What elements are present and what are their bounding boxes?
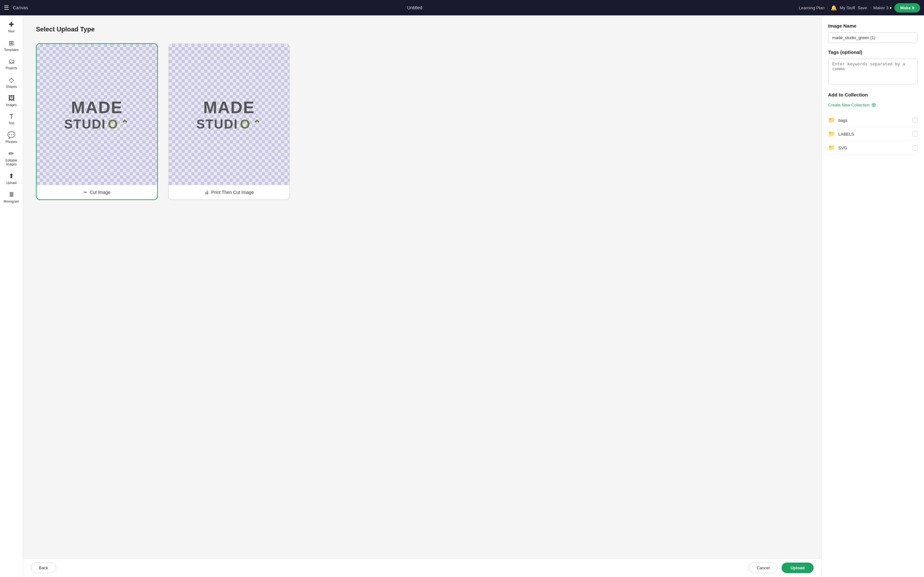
cut-image-label: ✂ Cut Image [37,185,157,199]
page-title: Select Upload Type [36,26,809,33]
create-new-collection-text: Create New Collection [828,103,869,107]
sidebar-item-upload[interactable]: ⬆ Upload [1,169,22,187]
upload-options: MADE STUDIO ⌃ ✂ Cut Image [36,43,809,200]
make-it-button[interactable]: Make It [895,3,920,13]
document-title[interactable]: Untitled [34,5,795,10]
sidebar-item-images[interactable]: 🖼 Images [1,92,22,110]
create-new-collection-button[interactable]: Create New Collection ⊕ [828,101,918,108]
right-panel: Image Name Tags (optional) Add to Collec… [821,15,924,577]
footer-right: Cancel Upload [748,562,814,573]
cut-icon: ✂ [83,190,87,195]
cut-image-preview: MADE STUDIO ⌃ [37,44,157,185]
print-then-cut-preview: MADE STUDIO ⌃ [169,44,289,185]
folder-icon-labels: 📁 [828,131,835,137]
images-icon: 🖼 [8,95,15,102]
cut-image-text: Cut Image [90,190,111,195]
monogram-icon: Ⅲ [9,191,14,198]
print-then-cut-label: 🖨 Print Then Cut Image [169,185,289,199]
images-label: Images [6,103,17,107]
collection-name-svg: SVG [838,145,909,150]
sidebar: ✚ New⊞ Templates🗂 Projects◇ Shapes🖼 Imag… [0,15,23,577]
header-center: Learning Plan | 🔔 My Stuff Save | Maker … [799,3,920,13]
collection-item-bags[interactable]: 📁 bags [828,113,918,127]
projects-label: Projects [5,66,17,70]
sidebar-item-new[interactable]: ✚ New [1,18,22,36]
collection-name-labels: LABELS [838,132,909,137]
editable-images-icon: ✏ [9,150,14,157]
app-body: ✚ New⊞ Templates🗂 Projects◇ Shapes🖼 Imag… [0,15,924,577]
made-text: MADE [64,98,129,117]
sidebar-item-shapes[interactable]: ◇ Shapes [1,73,22,91]
print-then-cut-card[interactable]: MADE STUDIO ⌃ 🖨 Print Then Cut Image [168,43,290,200]
collection-item-labels[interactable]: 📁 LABELS [828,127,918,141]
phrases-icon: 💬 [7,131,15,139]
studio-text: STUDIO ⌃ [64,117,129,131]
learning-plan-link[interactable]: Learning Plan [799,5,825,10]
collection-checkbox-svg[interactable] [913,145,918,150]
folder-icon-svg: 📁 [828,144,835,151]
text-icon: T [9,113,13,120]
my-stuff-link[interactable]: My Stuff [840,5,855,10]
collection-name-bags: bags [838,118,909,123]
upload-button[interactable]: Upload [782,562,814,573]
back-button[interactable]: Back [31,562,56,573]
templates-icon: ⊞ [9,39,14,47]
made-text-2: MADE [196,98,262,117]
collection-label: Add to Collection [828,92,918,97]
tags-input[interactable] [828,59,918,84]
sidebar-item-text[interactable]: T Text [1,110,22,128]
tags-label: Tags (optional) [828,49,918,55]
separator-2: | [870,5,871,10]
phrases-label: Phrases [5,140,17,144]
image-name-label: Image Name [828,23,918,29]
collection-item-svg[interactable]: 📁 SVG [828,141,918,155]
save-button[interactable]: Save [858,5,867,10]
cut-image-logo: MADE STUDIO ⌃ [64,98,129,131]
chevron-down-icon: ▾ [890,5,892,10]
upload-icon: ⬆ [9,172,14,180]
cut-image-card[interactable]: MADE STUDIO ⌃ ✂ Cut Image [36,43,158,200]
collection-checkbox-bags[interactable] [913,118,918,123]
editable-images-label: Editable Images [3,159,21,166]
sidebar-item-editable-images[interactable]: ✏ Editable Images [1,147,22,169]
upload-label: Upload [6,181,17,185]
app-header: ☰ Canvas Untitled Learning Plan | 🔔 My S… [0,0,924,15]
templates-label: Templates [4,48,19,52]
cancel-button[interactable]: Cancel [748,562,777,573]
print-then-cut-text: Print Then Cut Image [212,190,254,195]
sidebar-item-projects[interactable]: 🗂 Projects [1,55,22,73]
new-icon: ✚ [9,21,14,28]
new-label: New [8,29,15,33]
footer: Back Cancel Upload [23,558,821,577]
chevron-logo-icon-2: ⌃ [252,118,262,130]
bell-icon[interactable]: 🔔 [830,5,837,11]
print-icon: 🖨 [204,190,209,195]
main-content: Select Upload Type MADE STUDIO ⌃ [23,15,821,558]
studio-text-2: STUDIO ⌃ [196,117,262,131]
plus-icon: ⊕ [871,101,876,108]
app-logo: Canvas [13,5,28,10]
separator-1: | [827,5,828,10]
shapes-icon: ◇ [9,76,14,84]
maker-selector[interactable]: Maker 3 ▾ [873,5,892,10]
menu-icon[interactable]: ☰ [4,4,9,11]
print-cut-logo: MADE STUDIO ⌃ [196,98,262,131]
main-area: Select Upload Type MADE STUDIO ⌃ [23,15,821,577]
folder-icon-bags: 📁 [828,117,835,124]
projects-icon: 🗂 [8,58,15,65]
collection-list: 📁 bags 📁 LABELS 📁 SVG [828,113,918,155]
image-name-input[interactable] [828,32,918,43]
monogram-label: Monogram [4,200,19,203]
text-label: Text [8,121,14,125]
sidebar-item-phrases[interactable]: 💬 Phrases [1,129,22,147]
shapes-label: Shapes [6,85,17,89]
chevron-logo-icon: ⌃ [120,118,129,130]
footer-left: Back [31,562,56,573]
collection-checkbox-labels[interactable] [913,131,918,137]
sidebar-item-templates[interactable]: ⊞ Templates [1,37,22,55]
maker-label: Maker 3 [873,5,888,10]
sidebar-item-monogram[interactable]: Ⅲ Monogram [1,188,22,206]
